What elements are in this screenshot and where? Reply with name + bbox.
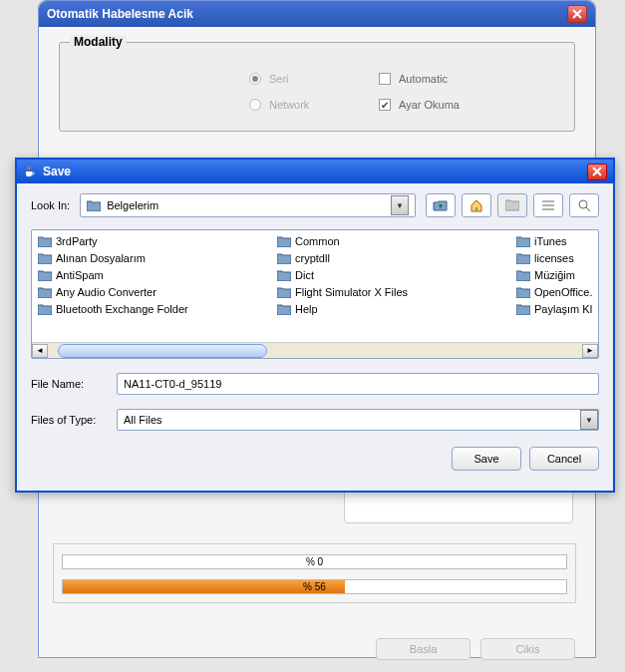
folder-name: AntiSpam [56, 269, 104, 281]
home-button[interactable] [462, 193, 491, 217]
up-folder-button[interactable] [426, 193, 456, 217]
list-item[interactable]: Alınan Dosyalarım [36, 251, 275, 265]
modality-label: Modality [70, 35, 127, 49]
folder-icon [38, 270, 52, 281]
folder-icon [277, 253, 291, 264]
save-title: Save [43, 165, 71, 178]
save-titlebar: Save [17, 160, 613, 183]
file-type-label: Files of Type: [31, 414, 111, 426]
check-automatic-label: Automatic [399, 73, 448, 85]
check-ayar: ✔ Ayar Okuma [379, 99, 518, 111]
scroll-track[interactable] [48, 344, 582, 358]
folder-name: Any Audio Converter [56, 286, 156, 298]
file-name-row: File Name: NA11-CT0-d_95119 [31, 373, 599, 395]
list-item[interactable]: Any Audio Converter [36, 285, 275, 299]
details-view-icon [577, 199, 591, 211]
folder-icon [87, 200, 101, 211]
details-view-button[interactable] [569, 193, 599, 217]
svg-line-9 [586, 207, 590, 211]
list-item[interactable]: Help [275, 302, 514, 316]
progress-bar-1: % 0 [62, 554, 567, 569]
list-view-button[interactable] [533, 193, 563, 217]
progress-box: % 0 % 56 [53, 543, 576, 603]
progress-bar-2: % 56 [62, 579, 567, 594]
radio-icon [249, 73, 261, 85]
basla-button[interactable]: Basla [376, 638, 470, 660]
folder-icon [277, 287, 291, 298]
folder-name: Alınan Dosyalarım [56, 252, 146, 264]
bg-close-button[interactable] [567, 5, 587, 23]
modality-grid: Seri Automatic Network ✔ Ayar Okuma [249, 73, 574, 111]
folder-icon [516, 253, 530, 264]
list-item[interactable]: Paylaşım Kl [514, 302, 598, 316]
check-ayar-label: Ayar Okuma [399, 99, 460, 111]
check-automatic: Automatic [379, 73, 518, 85]
folder-icon [516, 304, 530, 315]
file-list-pane: 3rdPartyAlınan DosyalarımAntiSpamAny Aud… [31, 229, 599, 359]
checkbox-icon [379, 73, 391, 85]
radio-seri: Seri [249, 73, 369, 85]
folder-name: Help [295, 303, 318, 315]
folder-icon [38, 287, 52, 298]
file-name-input[interactable]: NA11-CT0-d_95119 [117, 373, 599, 395]
folder-name: Flight Simulator X Files [295, 286, 408, 298]
chevron-down-icon: ▼ [580, 410, 598, 430]
file-name-value: NA11-CT0-d_95119 [124, 378, 221, 390]
up-folder-icon [433, 198, 449, 212]
bg-body: Modality Seri Automatic Network ✔ Ayar O… [39, 27, 595, 147]
file-type-select[interactable]: All Files ▼ [117, 409, 599, 431]
list-item[interactable]: Flight Simulator X Files [275, 285, 514, 299]
list-item[interactable]: cryptdll [275, 251, 514, 265]
look-in-dropdown[interactable]: Belgelerim ▼ [80, 193, 416, 217]
folder-name: 3rdParty [56, 235, 98, 247]
folder-icon [277, 236, 291, 247]
new-folder-icon [505, 199, 519, 211]
progress-label-2: % 56 [63, 580, 566, 593]
folder-icon [38, 236, 52, 247]
status-area [344, 489, 573, 523]
save-button[interactable]: Save [452, 447, 521, 471]
folder-name: Common [295, 235, 340, 247]
file-name-label: File Name: [31, 378, 111, 390]
checkbox-icon: ✔ [379, 99, 391, 111]
list-item[interactable]: OpenOffice. [514, 285, 598, 299]
list-item[interactable]: iTunes [514, 234, 598, 248]
folder-icon [277, 304, 291, 315]
list-item[interactable]: Müziğim [514, 268, 598, 282]
folder-icon [516, 236, 530, 247]
folder-name: Paylaşım Kl [534, 303, 592, 315]
file-list[interactable]: 3rdPartyAlınan DosyalarımAntiSpamAny Aud… [32, 230, 598, 342]
list-item[interactable]: Bluetooth Exchange Folder [36, 302, 275, 316]
scroll-left-icon[interactable]: ◄ [32, 344, 48, 358]
horizontal-scrollbar[interactable]: ◄ ► [32, 342, 598, 358]
list-item[interactable]: 3rdParty [36, 234, 275, 248]
list-item[interactable]: Common [275, 234, 514, 248]
bg-titlebar: Otomatik Habelesme Acik [39, 1, 595, 27]
folder-icon [38, 253, 52, 264]
scroll-thumb[interactable] [58, 344, 267, 358]
new-folder-button[interactable] [497, 193, 527, 217]
modality-groupbox: Modality Seri Automatic Network ✔ Ayar O… [59, 42, 575, 132]
list-item[interactable]: Dict [275, 268, 514, 282]
folder-name: Bluetooth Exchange Folder [56, 303, 188, 315]
save-body: Look In: Belgelerim ▼ [17, 183, 613, 481]
folder-name: cryptdll [295, 252, 330, 264]
save-close-button[interactable] [587, 164, 607, 180]
progress-label-1: % 0 [63, 555, 566, 568]
bg-title: Otomatik Habelesme Acik [47, 7, 193, 21]
cancel-button[interactable]: Cancel [529, 447, 599, 471]
folder-icon [277, 270, 291, 281]
svg-rect-4 [475, 207, 477, 211]
scroll-right-icon[interactable]: ► [582, 344, 598, 358]
list-item[interactable]: licenses [514, 251, 598, 265]
cikis-button[interactable]: Cikis [480, 638, 575, 660]
list-item[interactable]: AntiSpam [36, 268, 275, 282]
folder-name: Dict [295, 269, 314, 281]
folder-name: OpenOffice. [534, 286, 593, 298]
folder-name: Müziğim [534, 269, 575, 281]
folder-name: iTunes [534, 235, 567, 247]
nav-buttons [426, 193, 599, 217]
save-dialog: Save Look In: Belgelerim ▼ [15, 158, 615, 493]
folder-name: licenses [534, 252, 574, 264]
list-view-icon [541, 199, 555, 211]
